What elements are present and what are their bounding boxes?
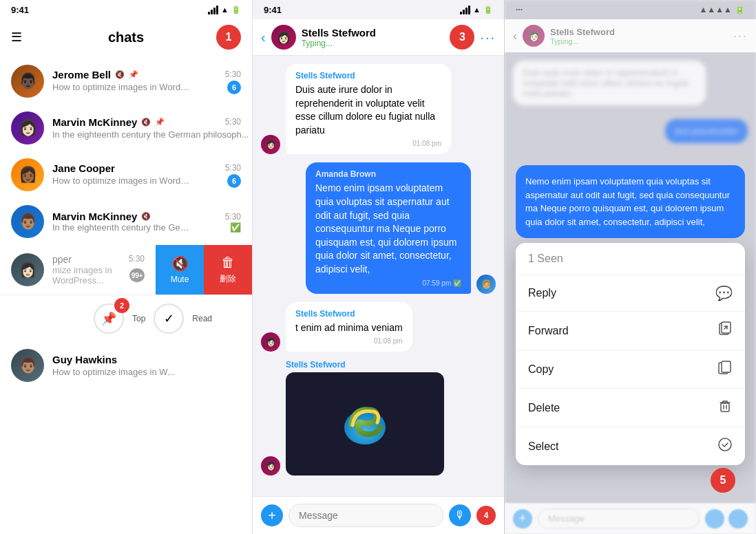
avatar-guy: 👨🏽	[11, 349, 44, 382]
chat-item-jerome[interactable]: 👨🏿 Jerome Bell 🔇 📌 5:30 How to optimize …	[0, 58, 252, 105]
avatar-face-marvin2: 👨🏽	[19, 213, 37, 231]
message-row-2: 👩🏼 Amanda Brown Nemo enim ipsam voluptat…	[261, 162, 496, 293]
msg-time-3: 01:08 pm	[295, 337, 403, 345]
add-attachment-button[interactable]: +	[261, 504, 283, 526]
voice-button[interactable]: 🎙	[449, 504, 471, 526]
menu-icon[interactable]: ☰	[11, 30, 22, 45]
chat-list-panel: 9:41 ▲ 🔋 ☰ chats 1 👨🏿 Jerome Bell 🔇	[0, 0, 252, 534]
avatar-face-jerome: 👨🏿	[19, 72, 37, 90]
msg-check-2: ✅	[453, 279, 461, 287]
top-badge-wrapper: 📌 2	[94, 303, 124, 334]
select-menu-item[interactable]: Select	[516, 427, 745, 465]
signal-bar-1	[208, 12, 210, 14]
read-badge-circle[interactable]: ✓	[154, 303, 184, 334]
msg-bubble-2[interactable]: Amanda Brown Nemo enim ipsam voluptatem …	[306, 162, 471, 293]
chat-name-marvin1: Marvin McKinney	[52, 116, 137, 128]
msg-avatar-amanda: 👩🏼	[476, 275, 496, 294]
status-bar-2: 9:41 ▲ 🔋	[253, 0, 504, 19]
name-row-guy: Guy Hawkins	[52, 354, 241, 365]
msg-avatar-stells-3: 👩🏻	[261, 332, 280, 352]
msg-bubble-1[interactable]: Stells Stefword Duis aute irure dolor in…	[286, 64, 451, 154]
reply-icon: 💬	[715, 285, 733, 301]
mute-button[interactable]: 🔇 Mute	[156, 245, 204, 295]
forward-menu-item[interactable]: Forward	[516, 312, 745, 350]
chat-item-marvin1[interactable]: 👩🏻 Marvin McKinney 🔇 📌 5:30 In the eight…	[0, 105, 252, 151]
edge-logo-icon	[337, 396, 392, 451]
swipe-name-row: pper 5:30	[52, 254, 145, 265]
chat-item-jane[interactable]: 👩🏾 Jane Cooper 5:30 How to optimize imag…	[0, 151, 252, 198]
blurred-msg-2: text placeholder	[665, 119, 748, 143]
back-button[interactable]: ‹	[261, 30, 266, 45]
msg-bubble-3[interactable]: Stells Stefword t enim ad minima veniam …	[286, 302, 412, 352]
chat-header-avatar: 👩🏻	[271, 25, 296, 50]
delete-icon	[717, 398, 733, 417]
context-menu: 1 Seen Reply 💬 Forward Copy	[516, 243, 745, 465]
msg-sender-3: Stells Stefword	[295, 309, 403, 319]
signal-icon-2	[460, 6, 470, 14]
avatar-marvin2: 👨🏽	[11, 205, 44, 238]
copy-icon-svg	[717, 360, 733, 375]
status-icons-1: ▲ 🔋	[208, 6, 241, 14]
msg-time-2-val: 07:59 pm	[423, 279, 452, 287]
swipe-actions: 🔇 Mute 🗑 删除	[156, 245, 252, 295]
battery-icon-2: 🔋	[483, 6, 493, 14]
signal-bar-2-2	[463, 10, 465, 14]
action-badges: 📌 2 Top ✓ Read	[94, 303, 212, 334]
chat-time-marvin1: 5:30	[225, 117, 241, 127]
msg-image[interactable]	[286, 372, 444, 476]
chat-item-guy[interactable]: 👨🏽 Guy Hawkins How to optimize images in…	[0, 342, 252, 389]
chat-info-guy: Guy Hawkins How to optimize images in W.…	[52, 354, 241, 378]
highlighted-message-bubble: Nemo enim ipsam voluptatem quia voluptas…	[516, 165, 745, 238]
swipe-preview-row: mize images in WordPress... 99+	[52, 265, 145, 286]
swipe-contact-item[interactable]: 👩🏻 pper 5:30 mize images in WordPress...…	[0, 245, 156, 295]
message-row-4: 👩🏻 Stells Stefword	[261, 360, 496, 476]
msg-avatar-stells-4: 👩🏻	[261, 456, 280, 476]
avatar-jerome: 👨🏿	[11, 65, 44, 98]
chat-time-marvin2: 5:30	[225, 212, 241, 222]
context-voice-btn	[705, 509, 724, 528]
pin-icon-jerome: 📌	[129, 70, 138, 79]
msg-sender-1: Stells Stefword	[295, 71, 441, 81]
svg-rect-4	[722, 361, 731, 372]
more-options-button[interactable]: ···	[480, 30, 496, 45]
swipe-unread: 99+	[129, 268, 145, 282]
chat-name-marvin2: Marvin McKinney	[52, 211, 137, 222]
context-header-status: Typing...	[550, 37, 728, 45]
top-label: Top	[132, 314, 145, 323]
context-more-icon: ···	[733, 29, 748, 43]
delete-menu-item[interactable]: Delete	[516, 389, 745, 427]
battery-icon: 🔋	[231, 6, 241, 14]
context-back-button[interactable]: ‹	[513, 29, 517, 43]
name-row-jerome: Jerome Bell 🔇 📌 5:30	[52, 69, 241, 81]
name-row-marvin1: Marvin McKinney 🔇 📌 5:30	[52, 116, 241, 128]
chat-detail-header: ‹ 👩🏻 Stells Stefword Typing... 3 ···	[253, 19, 504, 56]
chat-header-name: Stells Stefword	[302, 27, 445, 39]
swipe-info: pper 5:30 mize images in WordPress... 99…	[52, 254, 145, 286]
spacer-1	[513, 112, 748, 119]
chat-item-marvin2[interactable]: 👨🏽 Marvin McKinney 🔇 5:30 In the eightee…	[0, 198, 252, 245]
copy-menu-item[interactable]: Copy	[516, 350, 745, 389]
reply-menu-item[interactable]: Reply 💬	[516, 275, 745, 312]
context-plus-icon: +	[513, 509, 532, 528]
avatar-swipe: 👩🏻	[11, 253, 44, 286]
context-header-info: Stells Stefword Typing...	[550, 27, 728, 45]
name-row-jane: Jane Cooper 5:30	[52, 162, 241, 174]
mute-button-icon: 🔇	[171, 255, 189, 272]
context-input-actions	[705, 509, 748, 528]
avatar-jane: 👩🏾	[11, 158, 44, 191]
chat-preview-jerome: How to optimize images in WordPress for.…	[52, 82, 190, 92]
message-input[interactable]	[288, 504, 443, 527]
chat-info-jerome: Jerome Bell 🔇 📌 5:30 How to optimize ima…	[52, 69, 241, 94]
unread-badge-jerome: 6	[227, 81, 241, 94]
battery-icon-3: 🔋	[735, 5, 745, 14]
delete-button[interactable]: 🗑 删除	[204, 245, 252, 295]
msg-sender-2: Amanda Brown	[315, 169, 461, 179]
signal-bar-2-4	[468, 6, 470, 14]
select-icon	[717, 437, 733, 456]
reply-label: Reply	[528, 287, 556, 299]
chat-name-jane: Jane Cooper	[52, 162, 115, 174]
status-bar-3: ··· ▲▲▲▲ 🔋	[505, 0, 756, 19]
msg-time-2: 07:59 pm ✅	[315, 279, 461, 287]
chat-preview-jane: How to optimize images in WordPress for.…	[52, 175, 190, 186]
select-label: Select	[528, 440, 558, 453]
